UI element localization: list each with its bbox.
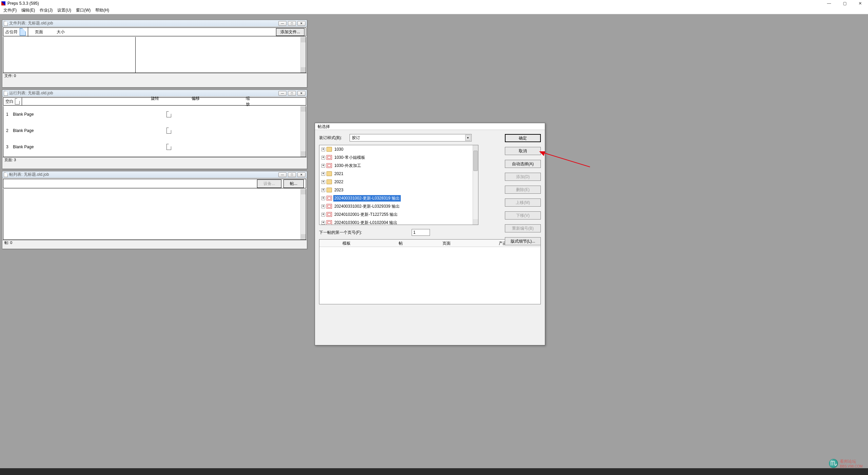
scrollbar-thumb[interactable] xyxy=(473,151,478,171)
layout-detail-button[interactable]: 版式细节(L)... xyxy=(505,237,541,245)
document-icon xyxy=(4,172,8,177)
expand-icon[interactable]: + xyxy=(321,196,325,200)
run-list-body[interactable]: 1 Blank Page 2 Blank Page 3 Blank Page xyxy=(3,106,306,157)
close-button[interactable]: ✕ xyxy=(852,0,868,7)
scrollbar[interactable] xyxy=(300,106,306,157)
next-page-input[interactable] xyxy=(412,229,430,236)
file-list-status: 文件: 0 xyxy=(2,73,307,78)
file-list-toolbar: 占位符 页面 大小 添加文件... xyxy=(3,27,306,36)
app-icon xyxy=(1,1,5,5)
child-maximize-button[interactable]: □ xyxy=(288,172,296,177)
page-icon xyxy=(166,111,171,117)
watermark-sub: BBS.V98.COM xyxy=(840,464,863,468)
run-list-title: 运行列表: 无标题.old.job xyxy=(9,90,53,96)
tree-item-label: 202400331002-更新-L0328319 输出 xyxy=(333,195,401,202)
expand-icon[interactable]: + xyxy=(321,148,325,151)
result-table[interactable]: 模板 帖 页面 产品 xyxy=(319,239,541,304)
run-list-row[interactable]: 1 Blank Page xyxy=(3,106,306,122)
tree-item[interactable]: + 2023 xyxy=(319,186,478,194)
template-tree[interactable]: + 1030+ 1030-常小姐模板+ 1030-外发加工+ 2021+ 202… xyxy=(319,145,478,225)
expand-icon[interactable]: + xyxy=(321,156,325,159)
signature-select-dialog: 帖选择 装订样式(B): 胶订 ▼ + 1030+ 1030-常小姐模板+ 10… xyxy=(315,123,545,345)
row-number: 2 xyxy=(3,128,13,133)
col-signature: 帖 xyxy=(374,240,428,247)
expand-icon[interactable]: + xyxy=(321,180,325,184)
child-minimize-button[interactable]: — xyxy=(278,21,287,26)
expand-icon[interactable]: + xyxy=(321,205,325,208)
tree-item[interactable]: + 1030-外发加工 xyxy=(319,162,478,170)
menu-file[interactable]: 文件(F) xyxy=(1,7,19,14)
menu-window[interactable]: 窗口(W) xyxy=(74,7,93,14)
cancel-button[interactable]: 取消 xyxy=(505,147,541,155)
scrollbar[interactable] xyxy=(300,189,306,240)
tree-item[interactable]: + 1030 xyxy=(319,145,478,153)
tree-item-label: 202400331002-更新-L0329339 输出 xyxy=(333,203,401,210)
maximize-button[interactable]: ▢ xyxy=(837,0,852,7)
minimize-button[interactable]: — xyxy=(821,0,837,7)
scrollbar[interactable] xyxy=(300,37,306,73)
signature-button[interactable]: 帖... xyxy=(283,179,304,188)
tree-item[interactable]: + 2022 xyxy=(319,178,478,186)
chevron-down-icon[interactable]: ▼ xyxy=(465,135,471,141)
blank-label: 空白 xyxy=(5,99,14,104)
expand-icon[interactable]: + xyxy=(321,188,325,192)
expand-icon[interactable]: + xyxy=(321,164,325,168)
run-list-row[interactable]: 3 Blank Page xyxy=(3,139,306,155)
file-list-titlebar[interactable]: 文件列表: 无标题.old.job — □ ✕ xyxy=(2,20,307,27)
binding-style-select[interactable]: 胶订 ▼ xyxy=(350,134,472,141)
tree-item[interactable]: + 202400331002-更新-L0329339 输出 xyxy=(319,202,478,210)
signature-list-window: 帖列表: 无标题.old.job — □ ✕ 设备... 帖... 帖: 0 xyxy=(2,171,307,249)
tree-item-label: 20240103001-更新-L0102004 输出 xyxy=(333,220,398,225)
run-list-status: 页面: 3 xyxy=(2,157,307,163)
col-template: 模板 xyxy=(319,240,374,247)
child-minimize-button[interactable]: — xyxy=(278,172,287,177)
child-maximize-button[interactable]: □ xyxy=(288,91,296,96)
row-number: 3 xyxy=(3,145,13,149)
app-title: Preps 5.3.3 (595) xyxy=(7,1,39,6)
template-icon xyxy=(327,196,332,201)
child-maximize-button[interactable]: □ xyxy=(288,21,296,26)
menu-help[interactable]: 帮助(H) xyxy=(93,7,111,14)
renumber-button: 重新编号(B) xyxy=(505,224,541,232)
tree-item[interactable]: + 2021 xyxy=(319,170,478,178)
file-list-left-pane[interactable] xyxy=(3,37,136,73)
sig-list-titlebar[interactable]: 帖列表: 无标题.old.job — □ ✕ xyxy=(2,171,307,178)
menu-edit[interactable]: 编辑(E) xyxy=(19,7,37,14)
child-close-button[interactable]: ✕ xyxy=(297,172,305,177)
row-number: 1 xyxy=(3,112,13,117)
ok-button[interactable]: 确定 xyxy=(505,134,541,142)
menu-setup[interactable]: 设置(U) xyxy=(55,7,73,14)
tree-item-label: 1030-常小姐模板 xyxy=(333,154,366,161)
tree-item[interactable]: + 20240102001-更新-T1227255 输出 xyxy=(319,210,478,218)
add-file-button[interactable]: 添加文件... xyxy=(276,28,304,36)
auto-select-button[interactable]: 自动选择(A) xyxy=(505,160,541,168)
expand-icon[interactable]: + xyxy=(321,213,325,216)
child-close-button[interactable]: ✕ xyxy=(297,91,305,96)
titlebar: Preps 5.3.3 (595) — ▢ ✕ xyxy=(0,0,868,7)
annotation-arrow xyxy=(539,150,593,170)
row-label: Blank Page xyxy=(13,112,81,117)
file-list-window: 文件列表: 无标题.old.job — □ ✕ 占位符 页面 大小 添加文件..… xyxy=(2,20,307,88)
scrollbar[interactable] xyxy=(473,145,478,225)
file-list-right-pane[interactable] xyxy=(136,37,306,73)
child-close-button[interactable]: ✕ xyxy=(297,21,305,26)
expand-icon[interactable]: + xyxy=(321,172,325,176)
tree-item[interactable]: + 20240103001-更新-L0102004 输出 xyxy=(319,218,478,225)
run-list-row[interactable]: 2 Blank Page xyxy=(3,122,306,139)
tree-item[interactable]: + 1030-常小姐模板 xyxy=(319,153,478,162)
device-button: 设备... xyxy=(257,179,281,188)
file-list-title: 文件列表: 无标题.old.job xyxy=(9,20,53,26)
expand-icon[interactable]: + xyxy=(321,221,325,225)
menu-job[interactable]: 作业(J) xyxy=(38,7,55,14)
tree-item[interactable]: + 202400331002-更新-L0328319 输出 xyxy=(319,194,478,202)
placeholder-label: 占位符 xyxy=(5,29,18,35)
dialog-title[interactable]: 帖选择 xyxy=(315,123,545,130)
col-size: 大小 xyxy=(57,29,65,35)
sig-list-body[interactable] xyxy=(3,189,306,240)
move-down-button: 下移(V) xyxy=(505,211,541,220)
col-page: 页面 xyxy=(35,29,43,35)
tree-item-label: 1030-外发加工 xyxy=(333,163,362,169)
child-minimize-button[interactable]: — xyxy=(278,91,287,96)
template-icon xyxy=(327,163,332,168)
folder-icon xyxy=(327,147,332,152)
